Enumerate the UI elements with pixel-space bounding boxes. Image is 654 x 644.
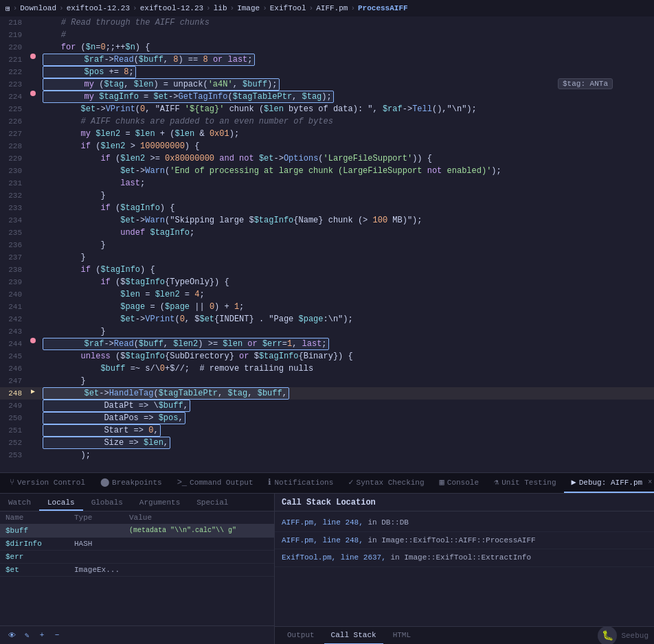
line-text: DataPt => \$buff, (38, 400, 654, 412)
var-row[interactable]: $err (0, 551, 274, 564)
output-tab-output[interactable]: Output (280, 627, 322, 645)
bottom-tab-breakpoints[interactable]: ⬤Breakpoints (93, 474, 169, 493)
tab-label: Version Control (17, 479, 85, 487)
cs-file: AIFF.pm, line 248, (282, 518, 368, 527)
code-line-236: 236 } (0, 239, 654, 251)
callstack-item[interactable]: AIFF.pm, line 248, in Image::ExifTool::A… (275, 532, 654, 550)
callstack-title: Call Stack Location (282, 498, 376, 507)
vars-tab-globals[interactable]: Globals (83, 494, 131, 511)
tab-label: Unit Testing (501, 479, 556, 487)
code-line-243: 243 } (0, 325, 654, 338)
bottom-tab-version-control[interactable]: ⑂Version Control (3, 474, 92, 493)
breakpoint-indicator[interactable] (30, 91, 36, 96)
code-line-241: 241 $page = ($page || 0) + 1; (0, 301, 654, 313)
output-tabs: OutputCall StackHTML 🐛 Seebug (275, 626, 654, 644)
add-icon[interactable]: + (36, 629, 48, 641)
line-number: 230 (0, 165, 27, 177)
breadcrumb-image[interactable]: Image (237, 4, 260, 12)
code-line-218: 218 # Read through the AIFF chunks (0, 16, 654, 29)
line-number: 243 (0, 325, 27, 338)
line-text: $page = ($page || 0) + 1; (38, 301, 654, 313)
breadcrumb-exiftool2[interactable]: exiftool-12.23 (140, 4, 203, 12)
output-tab-call-stack[interactable]: Call Stack (324, 627, 383, 645)
remove-icon[interactable]: − (51, 629, 63, 641)
line-text: } (38, 239, 654, 251)
line-text: if ($tagInfo) { (38, 202, 654, 214)
edit-icon[interactable]: ✎ (21, 629, 33, 641)
callstack-item[interactable]: AIFF.pm, line 248, in DB::DB (275, 514, 654, 532)
breadcrumb-processaiff[interactable]: ProcessAIFF (358, 4, 408, 12)
var-row[interactable]: $etImageEx... (0, 564, 274, 577)
line-text: Size => $len, (38, 437, 654, 449)
bottom-tab-unit-testing[interactable]: ⚗Unit Testing (487, 474, 563, 493)
code-line-222: 222 $pos += 8; (0, 66, 654, 78)
watch-eye-icon[interactable]: 👁 (5, 629, 18, 641)
breakpoint-indicator[interactable] (30, 338, 36, 343)
breadcrumb: ⊞ › Download › exiftool-12.23 › exiftool… (0, 0, 654, 16)
vars-col-type: Type (74, 514, 129, 522)
line-gutter (27, 338, 38, 343)
line-number: 245 (0, 350, 27, 363)
line-number: 228 (0, 140, 27, 152)
var-value: (metadata "\\n".calc"\\ g" (129, 527, 269, 535)
line-text: ); (38, 449, 654, 461)
var-name: $buff (5, 527, 74, 535)
breadcrumb-exiftool1[interactable]: exiftool-12.23 (67, 4, 130, 12)
code-line-223: 223 my ($tag, $len) = unpack('a4N', $buf… (0, 78, 654, 91)
bottom-tab-notifications[interactable]: ℹNotifications (261, 474, 340, 493)
callstack-list[interactable]: AIFF.pm, line 248, in DB::DBAIFF.pm, lin… (275, 511, 654, 626)
var-value (129, 540, 269, 548)
output-tab-html[interactable]: HTML (386, 627, 418, 645)
code-line-240: 240 $len = $len2 = 4; (0, 288, 654, 301)
line-text: DataPos => $pos, (38, 412, 654, 424)
code-scroll[interactable]: 218 # Read through the AIFF chunks219 #2… (0, 16, 654, 472)
vars-list[interactable]: $buff(metadata "\\n".calc"\\ g"$dirInfoH… (0, 525, 274, 625)
breakpoint-indicator[interactable] (30, 54, 36, 59)
cs-file: AIFF.pm, line 248, (282, 536, 368, 544)
var-value (129, 553, 269, 561)
line-text: # (38, 29, 654, 41)
line-text: $raf->Read($buff, 8) == 8 or last; (38, 54, 654, 66)
code-line-227: 227 my $len2 = $len + ($len & 0x01); (0, 128, 654, 140)
breadcrumb-aiffpm[interactable]: AIFF.pm (316, 4, 348, 12)
bottom-tab-command-output[interactable]: >_Command Output (170, 474, 260, 493)
line-number: 229 (0, 152, 27, 165)
code-line-248: 248▶ $et->HandleTag($tagTablePtr, $tag, … (0, 387, 654, 400)
var-type: ImageEx... (74, 566, 129, 574)
tab-label: Syntax Checking (357, 479, 425, 487)
var-row[interactable]: $buff(metadata "\\n".calc"\\ g" (0, 525, 274, 538)
line-text: Start => 0, (38, 424, 654, 437)
breadcrumb-exiftool-dir[interactable]: ExifTool (270, 4, 306, 12)
code-line-232: 232 } (0, 189, 654, 202)
line-number: 244 (0, 338, 27, 350)
code-line-233: 233 if ($tagInfo) { (0, 202, 654, 214)
bottom-tab-debug--aiff-pm[interactable]: ▶Debug: AIFF.pm× (564, 474, 654, 493)
vars-tab-special[interactable]: Special (188, 494, 236, 511)
tab-close-button[interactable]: × (645, 478, 654, 487)
cs-detail: in DB::DB (368, 518, 408, 527)
debug-tooltip: $tag: ANTa (558, 78, 613, 89)
callstack-item[interactable]: ExifTool.pm, line 2637, in Image::ExifTo… (275, 549, 654, 567)
code-line-235: 235 undef $tagInfo; (0, 227, 654, 239)
code-line-245: 245 unless ($$tagInfo{SubDirectory} or $… (0, 350, 654, 363)
line-text: last; (38, 177, 654, 189)
bottom-tab-console[interactable]: ▦Console (433, 474, 486, 493)
breadcrumb-lib[interactable]: lib (214, 4, 227, 12)
code-line-253: 253 ); (0, 449, 654, 461)
bottom-tab-syntax-checking[interactable]: ✓Syntax Checking (341, 474, 431, 493)
breadcrumb-download[interactable]: Download (20, 4, 56, 12)
vars-tab-arguments[interactable]: Arguments (131, 494, 188, 511)
line-number: 227 (0, 128, 27, 140)
var-row[interactable]: $dirInfoHASH (0, 538, 274, 551)
vars-tab-locals[interactable]: Locals (39, 494, 83, 511)
vars-col-name: Name (5, 514, 74, 522)
breadcrumb-home-icon[interactable]: ⊞ (5, 4, 10, 13)
code-line-249: 249 DataPt => \$buff, (0, 400, 654, 412)
line-number: 239 (0, 276, 27, 288)
bottom-tab-bar: ⑂Version Control⬤Breakpoints>_Command Ou… (0, 472, 654, 493)
line-number: 222 (0, 66, 27, 78)
code-line-239: 239 if ($$tagInfo{TypeOnly}) { (0, 276, 654, 288)
seebug-label: Seebug (621, 632, 649, 640)
var-name: $et (5, 566, 74, 574)
vars-tab-watch[interactable]: Watch (0, 494, 39, 511)
